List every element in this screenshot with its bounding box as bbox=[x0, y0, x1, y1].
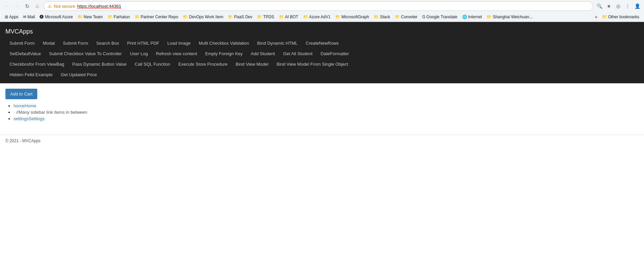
nav-date-formatter[interactable]: DateFormatter bbox=[317, 48, 353, 59]
stack-icon: 📁 bbox=[374, 15, 379, 19]
nav-empty-fk[interactable]: Empty Foreign Key bbox=[201, 48, 247, 59]
bookmark-aibot-label: AI BOT bbox=[285, 15, 298, 19]
address-bar: ⚠ Not secure https://localhost:44361 bbox=[43, 1, 593, 11]
bookmark-google-translate[interactable]: G Google Translate bbox=[420, 14, 459, 20]
other-icon: 📁 bbox=[602, 15, 607, 19]
bookmark-azure-label: Microsoft Azure bbox=[45, 15, 73, 19]
nav-refresh-view[interactable]: Refresh view content bbox=[152, 48, 201, 59]
aibot-icon: 📁 bbox=[279, 15, 284, 19]
nav-bind-view-model-single[interactable]: Bind View Model From Single Object bbox=[273, 59, 352, 69]
nav-submit-form-1[interactable]: Submit Form bbox=[5, 38, 39, 48]
nav-add-student[interactable]: Add Student bbox=[247, 48, 279, 59]
nav-row-2: SetDefaultValue Submit Checkbox Value To… bbox=[0, 48, 644, 59]
nav-row-4: Hidden Feild Example Get Updated Price bbox=[0, 69, 644, 80]
nav-pass-dynamic[interactable]: Pass Dynamic Button Value bbox=[68, 59, 131, 69]
azure-icon: 🅐 bbox=[40, 15, 44, 19]
mail-icon: ✉ bbox=[23, 15, 26, 19]
nav-search-box[interactable]: Search Box bbox=[92, 38, 123, 48]
bookmark-new-team[interactable]: 📁 New Team bbox=[76, 14, 105, 20]
conveter-icon: 📁 bbox=[395, 15, 400, 19]
list-item-home: homeHome bbox=[14, 103, 639, 108]
bookmark-apps[interactable]: ⊞ Apps bbox=[3, 14, 20, 20]
bookmark-icon[interactable]: ★ bbox=[605, 2, 613, 10]
browser-actions: 🔍 ★ ◎ ⋮ 👤 bbox=[595, 2, 641, 10]
bookmark-msgraph-label: MicrosoftGraph bbox=[341, 15, 369, 19]
bookmark-internet[interactable]: 🌐 Internet bbox=[460, 14, 484, 20]
nav-get-updated-price[interactable]: Get Updated Price bbox=[57, 69, 101, 80]
bookmark-tpds-label: TPDS bbox=[263, 15, 274, 19]
add-to-cart-button[interactable]: Add to Cart bbox=[5, 89, 37, 99]
bookmark-more[interactable]: » bbox=[593, 14, 599, 20]
main-content: Add to Cart homeHome //Many sidebar link… bbox=[0, 83, 644, 128]
url-text[interactable]: https://localhost:44361 bbox=[77, 4, 121, 9]
nav-print-html[interactable]: Print HTML PDF bbox=[123, 38, 163, 48]
bookmark-conveter[interactable]: 📁 Conveter bbox=[393, 14, 420, 20]
bookmark-paas-label: PaaS Dev bbox=[234, 15, 252, 19]
back-button[interactable]: ← bbox=[3, 2, 11, 10]
nav-row-1: Submit Form Modal Submit Form Search Box… bbox=[0, 38, 644, 48]
google-translate-icon: G bbox=[422, 15, 425, 19]
bookmark-partner-center[interactable]: 📁 Partner Center Repo bbox=[133, 14, 180, 20]
bookmark-aibot[interactable]: 📁 AI BOT bbox=[277, 14, 300, 20]
nav-create-new-rows[interactable]: CreateNewRows bbox=[302, 38, 343, 48]
nav-submit-checkbox[interactable]: Submit Checkbox Value To Controller bbox=[45, 48, 126, 59]
bookmark-mail-label: Mail bbox=[27, 15, 35, 19]
nav-bind-view-model[interactable]: Bind View Model bbox=[232, 59, 273, 69]
navbar: MVCApps Submit Form Modal Submit Form Se… bbox=[0, 22, 644, 83]
bookmark-conveter-label: Conveter bbox=[401, 15, 417, 19]
home-link[interactable]: homeHome bbox=[14, 103, 36, 108]
bookmark-stack[interactable]: 📁 Stack bbox=[372, 14, 392, 20]
bookmark-tpds[interactable]: 📁 TPDS bbox=[255, 14, 276, 20]
security-warning-text: Not secure bbox=[54, 4, 75, 9]
bookmark-stack-label: Stack bbox=[380, 15, 390, 19]
settings-link[interactable]: settingsSettings bbox=[14, 116, 45, 121]
extensions-icon[interactable]: ◎ bbox=[614, 2, 622, 10]
nav-set-default[interactable]: SetDefaultValue bbox=[5, 48, 45, 59]
home-button[interactable]: ⌂ bbox=[33, 2, 41, 10]
bookmark-shanghai[interactable]: 📁 Shanghai Weichuan... bbox=[485, 14, 534, 20]
nav-modal[interactable]: Modal bbox=[39, 38, 59, 48]
farhatun-icon: 📁 bbox=[108, 15, 113, 19]
nav-call-sql[interactable]: Call SQL Function bbox=[131, 59, 174, 69]
nav-load-image[interactable]: Load Image bbox=[163, 38, 195, 48]
bookmarks-bar: ⊞ Apps ✉ Mail 🅐 Microsoft Azure 📁 New Te… bbox=[0, 12, 644, 22]
bookmark-mail[interactable]: ✉ Mail bbox=[21, 14, 37, 20]
reload-button[interactable]: ↻ bbox=[23, 2, 31, 10]
bookmark-msgraph[interactable]: 📁 MicrosoftGraph bbox=[333, 14, 371, 20]
tpds-icon: 📁 bbox=[257, 15, 262, 19]
new-team-icon: 📁 bbox=[78, 15, 83, 19]
menu-icon[interactable]: ⋮ bbox=[624, 2, 632, 10]
forward-button[interactable]: → bbox=[13, 2, 21, 10]
page-content: MVCApps Submit Form Modal Submit Form Se… bbox=[0, 22, 644, 225]
nav-hidden-field[interactable]: Hidden Feild Example bbox=[5, 69, 57, 80]
navbar-brand[interactable]: MVCApps bbox=[0, 25, 644, 38]
bookmark-shanghai-label: Shanghai Weichuan... bbox=[493, 15, 532, 19]
nav-execute-store[interactable]: Execute Store Procedure bbox=[174, 59, 232, 69]
nav-bind-dynamic[interactable]: Bind Dynamic HTML bbox=[253, 38, 302, 48]
search-icon[interactable]: 🔍 bbox=[595, 2, 603, 10]
footer: © 2021 - MVCApps bbox=[0, 135, 644, 147]
bookmark-more-label: » bbox=[595, 15, 597, 19]
devops-icon: 📁 bbox=[183, 15, 188, 19]
bookmark-google-translate-label: Google Translate bbox=[426, 15, 457, 19]
bookmark-devops[interactable]: 📁 DevOps Work Item bbox=[181, 14, 225, 20]
nav-submit-form-2[interactable]: Submit Form bbox=[59, 38, 92, 48]
profile-icon[interactable]: 👤 bbox=[633, 2, 641, 10]
security-warning-icon: ⚠ bbox=[48, 4, 52, 9]
nav-checkboxfor[interactable]: Checkboxfor From ViewBag bbox=[5, 59, 68, 69]
bookmark-azure-adv1[interactable]: 📁 Azure AdV1 bbox=[301, 14, 332, 20]
nav-get-all-student[interactable]: Get All Student bbox=[279, 48, 317, 59]
list-item-middle: //Many sidebar link items in between bbox=[14, 110, 639, 115]
list-item-settings: settingsSettings bbox=[14, 116, 639, 121]
bookmark-azure[interactable]: 🅐 Microsoft Azure bbox=[38, 14, 75, 20]
sidebar-list: homeHome //Many sidebar link items in be… bbox=[5, 103, 639, 121]
bookmark-azure-adv1-label: Azure AdV1 bbox=[309, 15, 330, 19]
bookmark-paas[interactable]: 📁 PaaS Dev bbox=[226, 14, 254, 20]
nav-multi-checkbox[interactable]: Multi Checkbox Validation bbox=[195, 38, 253, 48]
browser-chrome: ← → ↻ ⌂ ⚠ Not secure https://localhost:4… bbox=[0, 0, 644, 22]
bookmark-farhatun[interactable]: 📁 Farhatun bbox=[106, 14, 132, 20]
bookmark-other[interactable]: 📁 Other bookmarks bbox=[600, 14, 641, 20]
bookmark-partner-center-label: Partner Center Repo bbox=[141, 15, 178, 19]
browser-toolbar: ← → ↻ ⌂ ⚠ Not secure https://localhost:4… bbox=[0, 0, 644, 12]
nav-user-log[interactable]: User Log bbox=[126, 48, 152, 59]
